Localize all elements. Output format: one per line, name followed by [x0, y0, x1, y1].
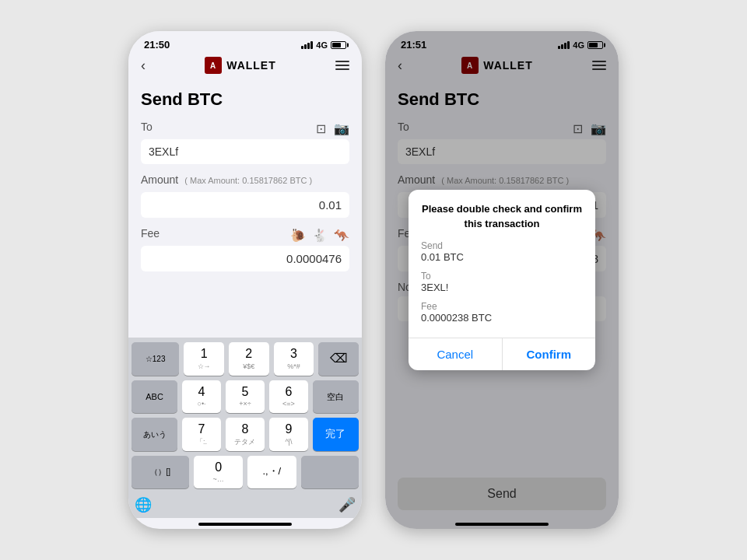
faster-icon-left[interactable]: 🦘 — [334, 228, 349, 243]
dialog-to-label: To — [421, 271, 583, 282]
left-phone: 21:50 4G ‹ A WALLET — [128, 31, 362, 529]
to-row-left: To ⊡ 📷 — [141, 121, 349, 136]
kb-special-key[interactable]: ☆123 — [132, 342, 179, 375]
right-phone: 21:51 4G ‹ A WALLET — [385, 31, 619, 529]
kb-key-0[interactable]: 0~… — [194, 456, 243, 488]
camera-icon-left[interactable]: 📷 — [334, 121, 349, 136]
kb-punctuation-key[interactable]: .,・/ — [247, 456, 296, 488]
content-left: Send BTC To ⊡ 📷 Amount ( Max Amount: 0.1… — [128, 80, 362, 338]
dialog-buttons: Cancel Confirm — [409, 338, 595, 370]
network-type-left: 4G — [316, 40, 328, 50]
wallet-logo-left: A — [205, 57, 222, 74]
kb-bottom-bar: 🌐 🎤 — [132, 493, 359, 513]
to-label-left: To — [141, 121, 153, 133]
kb-row-4: （）[] 0~… .,・/ — [132, 456, 359, 488]
kb-delete[interactable]: ⌫ — [318, 342, 359, 375]
dialog-title: Please double check and confirm this tra… — [409, 190, 595, 236]
to-icons-left: ⊡ 📷 — [316, 121, 349, 136]
kb-empty-right — [301, 456, 359, 488]
dialog-send-value: 0.01 BTC — [421, 251, 583, 263]
kb-key-2[interactable]: 2¥$€ — [229, 342, 269, 375]
time-left: 21:50 — [144, 39, 170, 51]
dialog-overlay: Please double check and confirm this tra… — [385, 31, 619, 529]
dialog-to-value: 3EXL! — [421, 282, 583, 293]
kb-key-7[interactable]: 7「:. — [182, 418, 221, 450]
kb-abc-key[interactable]: ABC — [132, 380, 177, 413]
kb-key-5[interactable]: 5+×÷ — [226, 380, 265, 413]
kb-key-3[interactable]: 3%*# — [274, 342, 314, 375]
kb-row-2: ABC 4○•· 5+×÷ 6<=> 空白 — [132, 380, 359, 413]
nav-title-left: A WALLET — [205, 57, 276, 74]
fee-icons-left: 🐌 🐇 🦘 — [290, 228, 349, 243]
cancel-button[interactable]: Cancel — [409, 338, 503, 370]
dialog-fee-section: Fee 0.0000238 BTC — [421, 301, 583, 324]
nav-bar-left: ‹ A WALLET — [128, 54, 362, 80]
max-amount-left: ( Max Amount: 0.15817862 BTC ) — [184, 176, 312, 185]
mic-icon-left[interactable]: 🎤 — [338, 496, 356, 513]
kb-space-jp[interactable]: 空白 — [313, 380, 359, 413]
confirm-dialog: Please double check and confirm this tra… — [409, 190, 595, 369]
kb-key-4[interactable]: 4○•· — [182, 380, 221, 413]
dialog-fee-value: 0.0000238 BTC — [421, 312, 583, 324]
signal-bars-left — [301, 41, 313, 49]
confirm-button[interactable]: Confirm — [503, 338, 596, 370]
slow-icon-left[interactable]: 🐌 — [290, 228, 306, 243]
battery-icon-left — [331, 41, 346, 49]
dialog-to-section: To 3EXL! — [421, 271, 583, 293]
kb-hiragana-key[interactable]: あいう — [132, 418, 177, 450]
keyboard-left: ☆123 1☆→ 2¥$€ 3%*# ⌫ ABC 4○•· 5+×÷ — [128, 338, 362, 518]
dialog-fee-label: Fee — [421, 301, 583, 312]
menu-button-left[interactable] — [335, 61, 349, 70]
dialog-send-label: Send — [421, 240, 583, 251]
amount-label-row-left: Amount ( Max Amount: 0.15817862 BTC ) — [141, 173, 349, 189]
kb-row-3: あいう 7「:. 8テタメ 9^|\ 完了 — [132, 418, 359, 450]
status-bar-left: 21:50 4G — [128, 31, 362, 54]
kb-key-8[interactable]: 8テタメ — [226, 418, 265, 450]
back-button-left[interactable]: ‹ — [141, 58, 146, 74]
kb-key-6[interactable]: 6<=> — [269, 380, 308, 413]
to-input-left[interactable] — [141, 139, 349, 164]
paste-icon-left[interactable]: ⊡ — [316, 121, 326, 136]
home-bar-left — [198, 523, 292, 526]
fee-input-left[interactable] — [141, 246, 349, 271]
fee-label-left: Fee — [141, 227, 160, 240]
globe-icon-left[interactable]: 🌐 — [135, 496, 152, 513]
fast-icon-left[interactable]: 🐇 — [312, 228, 328, 243]
kb-key-9[interactable]: 9^|\ — [269, 418, 308, 450]
main-container: 21:50 4G ‹ A WALLET — [128, 31, 619, 529]
kb-key-1[interactable]: 1☆→ — [184, 342, 224, 375]
amount-label-left: Amount — [141, 173, 178, 186]
amount-input-left[interactable] — [141, 192, 349, 218]
fee-label-row-left: Fee 🐌 🐇 🦘 — [141, 227, 349, 243]
kb-done-key[interactable]: 完了 — [313, 418, 359, 450]
dialog-send-section: Send 0.01 BTC — [421, 240, 583, 263]
kb-brackets-key[interactable]: （）[] — [132, 456, 189, 488]
status-right-left: 4G — [301, 40, 346, 50]
kb-row-special: ☆123 1☆→ 2¥$€ 3%*# ⌫ — [132, 342, 359, 375]
dialog-body: Send 0.01 BTC To 3EXL! Fee 0.0000238 BTC — [409, 237, 595, 338]
page-title-left: Send BTC — [141, 89, 349, 110]
